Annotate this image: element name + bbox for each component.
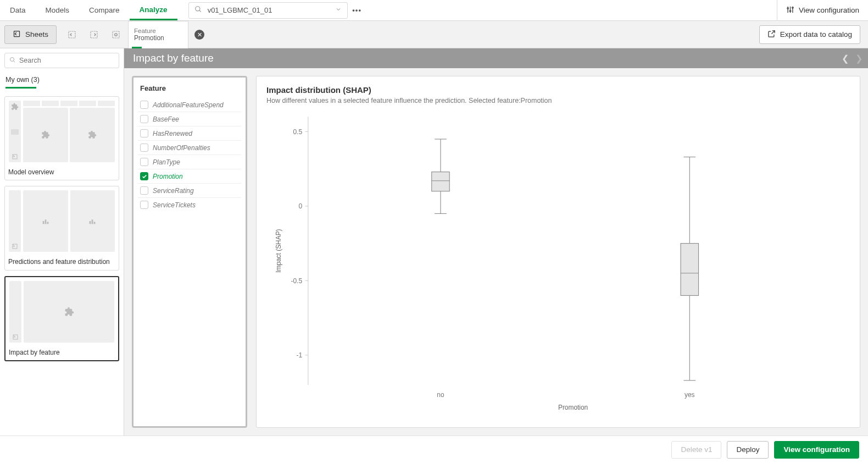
deploy-button[interactable]: Deploy: [727, 441, 769, 459]
svg-line-1: [199, 10, 201, 12]
view-configuration-top[interactable]: View configuration: [777, 0, 868, 20]
svg-rect-21: [92, 219, 93, 224]
svg-text:-0.5: -0.5: [291, 277, 302, 285]
sheet-prev-icon[interactable]: ❮: [842, 53, 849, 64]
feature-item[interactable]: HasRenewed: [138, 126, 241, 141]
feature-item-label: Promotion: [153, 173, 183, 180]
svg-point-7: [792, 7, 794, 8]
top-nav: DataModelsCompareAnalyze v01_LGBMC_01_01…: [0, 0, 868, 21]
footer-bar: Delete v1 Deploy View configuration: [0, 436, 868, 463]
svg-rect-22: [94, 222, 96, 224]
sheet-card[interactable]: Predictions and feature distribution: [4, 186, 119, 271]
chart-title: Impact distribution (SHAP): [266, 85, 850, 95]
view-configuration-top-label: View configuration: [799, 6, 859, 14]
feature-item-label: PlanType: [153, 158, 180, 166]
chevron-down-icon: [335, 6, 342, 14]
top-nav-tabs: DataModelsCompareAnalyze: [0, 0, 177, 20]
my-own-header[interactable]: My own (3): [4, 74, 119, 91]
svg-rect-11: [113, 31, 119, 38]
svg-rect-17: [42, 221, 44, 224]
feature-item[interactable]: BaseFee: [138, 112, 241, 126]
sheet-card-label: Predictions and feature distribution: [7, 256, 116, 268]
svg-rect-10: [91, 31, 97, 38]
model-picker-value: v01_LGBMC_01_01: [208, 6, 330, 14]
svg-text:0: 0: [298, 202, 302, 210]
svg-rect-19: [47, 222, 48, 224]
model-picker[interactable]: v01_LGBMC_01_01: [188, 2, 348, 19]
svg-point-0: [195, 7, 199, 11]
feature-item-label: ServiceTickets: [153, 201, 196, 209]
svg-text:Promotion: Promotion: [558, 404, 588, 411]
more-menu-button[interactable]: •••: [348, 0, 366, 20]
sheets-button[interactable]: Sheets: [4, 25, 57, 44]
svg-text:-1: -1: [296, 351, 302, 359]
svg-rect-18: [44, 219, 46, 224]
sheets-label: Sheets: [25, 30, 48, 38]
feature-item-label: BaseFee: [153, 115, 179, 123]
tab-data[interactable]: Data: [0, 0, 36, 20]
sheets-panel: My own (3) Model overviewPredictions and…: [0, 48, 124, 436]
search-icon: [9, 57, 16, 65]
svg-text:yes: yes: [685, 391, 695, 399]
search-icon: [194, 5, 202, 15]
view-configuration-button[interactable]: View configuration: [774, 441, 859, 459]
feature-item[interactable]: NumberOfPenalties: [138, 141, 241, 155]
selection-clear-icon[interactable]: [109, 28, 123, 41]
feature-item-label: ServiceRating: [153, 187, 194, 195]
svg-rect-20: [90, 221, 91, 224]
checkbox-icon: [140, 144, 148, 152]
svg-rect-38: [432, 172, 450, 191]
feature-item-label: HasRenewed: [153, 130, 192, 137]
feature-item[interactable]: PlanType: [138, 155, 241, 169]
selection-back-icon[interactable]: [65, 28, 79, 41]
feature-item[interactable]: Promotion: [138, 169, 241, 184]
svg-text:no: no: [437, 391, 444, 399]
secondary-bar: Sheets Feature Promotion ✕ Export data t…: [0, 21, 868, 48]
svg-rect-9: [69, 31, 75, 38]
feature-item-label: AdditionalFeatureSpend: [153, 101, 224, 109]
selection-forward-icon[interactable]: [87, 28, 101, 41]
sheet-title: Impact by feature: [133, 52, 214, 64]
sheet-title-bar: Impact by feature ❮ ❯: [124, 48, 868, 68]
sheet-next-icon[interactable]: ❯: [855, 53, 863, 64]
export-data-button[interactable]: Export data to catalog: [759, 25, 860, 44]
svg-point-12: [115, 33, 118, 36]
delete-button: Delete v1: [671, 441, 721, 459]
main-area: Impact by feature ❮ ❯ Feature Additional…: [124, 48, 868, 436]
checkbox-icon: [140, 129, 148, 137]
checkbox-icon: [140, 101, 148, 109]
feature-selector-panel: Feature AdditionalFeatureSpendBaseFeeHas…: [132, 76, 247, 428]
sheets-search-input[interactable]: [19, 57, 114, 64]
export-icon: [767, 30, 776, 40]
filter-tab-value: Promotion: [134, 34, 182, 42]
sheet-card-label: Impact by feature: [8, 346, 116, 359]
svg-point-13: [10, 57, 14, 61]
svg-line-14: [14, 60, 15, 62]
sheet-card-label: Model overview: [7, 166, 116, 178]
tab-compare[interactable]: Compare: [79, 0, 130, 20]
sheet-card[interactable]: Model overview: [4, 96, 119, 181]
export-label: Export data to catalog: [780, 30, 852, 38]
chart-subtitle: How different values in a selected featu…: [266, 97, 850, 104]
svg-point-3: [787, 7, 789, 9]
feature-item[interactable]: AdditionalFeatureSpend: [138, 98, 241, 112]
sheets-icon: [13, 30, 21, 40]
shap-boxplot[interactable]: 0.50-0.5-1Impact (SHAP)noyesPromotion: [266, 110, 850, 422]
tab-models[interactable]: Models: [36, 0, 80, 20]
feature-item[interactable]: ServiceTickets: [138, 198, 241, 212]
checkbox-icon: [140, 172, 148, 180]
filter-tab-close-icon[interactable]: ✕: [194, 30, 204, 40]
selection-tools: [65, 28, 123, 41]
tab-analyze[interactable]: Analyze: [130, 0, 177, 20]
sheet-card[interactable]: Impact by feature: [4, 276, 119, 362]
checkbox-icon: [140, 201, 148, 209]
feature-item[interactable]: ServiceRating: [138, 184, 241, 198]
sheets-search[interactable]: [4, 53, 119, 68]
shap-chart-panel: Impact distribution (SHAP) How different…: [256, 76, 860, 428]
svg-point-5: [789, 10, 791, 12]
my-own-label: My own (3): [5, 76, 40, 84]
sliders-icon: [786, 5, 794, 15]
checkbox-icon: [140, 158, 148, 166]
filter-tab-feature[interactable]: Feature Promotion ✕: [128, 21, 188, 48]
filter-tab-label: Feature: [134, 27, 182, 34]
